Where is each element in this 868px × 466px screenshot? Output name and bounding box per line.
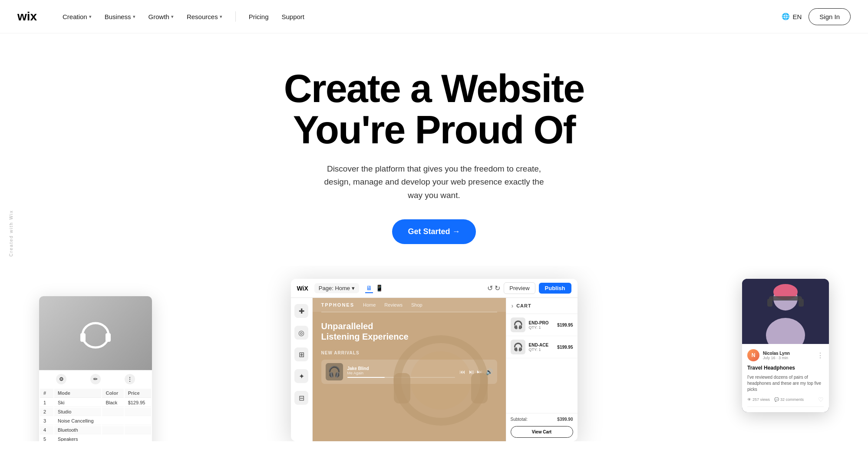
row-mode: Noise Cancelling: [54, 417, 101, 425]
media-tool-icon[interactable]: ◎: [294, 326, 308, 340]
row-price: [125, 426, 151, 434]
editor-logo: WiX: [297, 285, 308, 292]
cart-item-qty: QTY: 1: [529, 325, 554, 330]
table-row: 2 Studio: [40, 408, 151, 416]
nav-pricing[interactable]: Pricing: [244, 10, 274, 24]
chevron-down-icon: ▾: [133, 14, 135, 20]
wix-logo[interactable]: wix: [17, 10, 43, 23]
svg-rect-2: [80, 333, 86, 342]
nav-creation[interactable]: Creation ▾: [57, 10, 97, 24]
undo-redo-group: ↺ ↻: [487, 284, 500, 292]
cart-sidebar: › CART 🎧 END-PRO QTY: 1 $199.95 🎧 END-AC…: [506, 298, 578, 441]
apps-tool-icon[interactable]: ⊞: [294, 347, 308, 361]
row-price: $129.95: [125, 399, 151, 407]
cart-subtotal: Subtotal: $399.90 View Cart: [506, 413, 578, 441]
author-date: July 16 · 3 min: [763, 356, 813, 360]
cart-header: › CART: [506, 298, 578, 314]
add-tool-icon[interactable]: ✚: [294, 304, 308, 318]
cart-item-price: $199.95: [557, 345, 573, 350]
cart-item-name: END-PRO: [529, 321, 554, 325]
row-num: 2: [40, 408, 53, 416]
nav-growth[interactable]: Growth ▾: [143, 10, 179, 24]
table-header-price: Price: [125, 389, 151, 398]
row-num: 5: [40, 435, 53, 441]
nav-business[interactable]: Business ▾: [99, 10, 141, 24]
table-row: 5 Speakers: [40, 435, 151, 441]
subtotal-value: $399.90: [557, 417, 573, 422]
more-icon[interactable]: ⋮: [125, 374, 135, 384]
views-icon: 👁: [747, 397, 751, 402]
chevron-down-icon: ▾: [89, 14, 92, 20]
row-mode: Bluetooth: [54, 426, 101, 434]
desktop-icon[interactable]: 🖥: [365, 284, 373, 293]
nav-right: 🌐 EN Sign In: [782, 8, 851, 25]
settings-icon[interactable]: ⚙: [56, 374, 66, 384]
get-started-button[interactable]: Get Started →: [392, 219, 475, 244]
cart-item-details: END-ACE QTY: 1: [529, 343, 554, 352]
nav-support[interactable]: Support: [277, 10, 310, 24]
view-cart-button[interactable]: View Cart: [511, 426, 573, 438]
author-info: Nicolas Lynn July 16 · 3 min: [763, 351, 813, 360]
author-avatar: N: [747, 349, 759, 361]
row-mode: Studio: [54, 408, 101, 416]
cart-expand-icon[interactable]: ›: [512, 302, 514, 309]
page-selector[interactable]: Page: Home ▾: [314, 283, 359, 293]
demo-section: ⚙ ✏ ⋮ # Mode Color Price 1 Ski Black $12…: [0, 266, 868, 441]
blog-card-image: [742, 279, 829, 344]
chevron-down-icon: ▾: [220, 14, 222, 20]
person-image: [742, 279, 829, 344]
author-name: Nicolas Lynn: [763, 351, 813, 356]
hero-title: Create a Website You're Proud Of: [239, 68, 630, 150]
svg-rect-3: [106, 333, 111, 342]
globe-icon: 🌐: [782, 13, 790, 20]
site-brand: TPPHONES: [321, 302, 355, 307]
editor-left-toolbar: ✚ ◎ ⊞ ✦ ⊟: [291, 298, 313, 441]
cart-item: 🎧 END-PRO QTY: 1 $199.95: [506, 314, 578, 336]
table-header-num: #: [40, 389, 53, 398]
table-header-mode: Mode: [54, 389, 101, 398]
device-icons: 🖥 📱: [365, 284, 384, 293]
row-num: 1: [40, 399, 53, 407]
editor-canvas: ✚ ◎ ⊞ ✦ ⊟ TPPHONES Home Reviews Shop Unp…: [291, 298, 578, 441]
mobile-icon[interactable]: 📱: [375, 284, 384, 293]
nav-links: Creation ▾ Business ▾ Growth ▾ Resources…: [57, 10, 782, 24]
svg-text:wix: wix: [17, 10, 37, 23]
hero-subtitle: Discover the platform that gives you the…: [321, 162, 547, 202]
language-selector[interactable]: 🌐 EN: [782, 13, 802, 20]
left-card-toolbar: ⚙ ✏ ⋮: [39, 370, 152, 388]
row-color: [102, 417, 123, 425]
row-color: [102, 426, 123, 434]
svg-rect-5: [394, 373, 410, 403]
hero-section: Create a Website You're Proud Of Discove…: [0, 33, 868, 266]
left-card-image: [39, 296, 152, 370]
editor-site-preview: TPPHONES Home Reviews Shop Unparalleled …: [313, 298, 506, 441]
cart-item-name: END-ACE: [529, 343, 554, 347]
comments-icon: 💬: [774, 397, 779, 402]
data-tool-icon[interactable]: ⊟: [294, 391, 308, 405]
right-blog-card: N Nicolas Lynn July 16 · 3 min ⋮ Travel …: [742, 279, 829, 412]
blog-author-row: N Nicolas Lynn July 16 · 3 min ⋮: [747, 349, 824, 361]
design-tool-icon[interactable]: ✦: [294, 369, 308, 383]
table-row: 4 Bluetooth: [40, 426, 151, 434]
left-table-card: ⚙ ✏ ⋮ # Mode Color Price 1 Ski Black $12…: [39, 296, 152, 441]
svg-rect-13: [767, 299, 772, 307]
headphone-small-icon: [74, 311, 117, 355]
site-nav-home[interactable]: Home: [363, 302, 376, 307]
edit-icon[interactable]: ✏: [90, 374, 101, 384]
preview-button[interactable]: Preview: [504, 282, 535, 294]
nav-resources[interactable]: Resources ▾: [182, 10, 228, 24]
redo-icon[interactable]: ↻: [495, 284, 500, 292]
sign-in-button[interactable]: Sign In: [809, 8, 851, 25]
undo-icon[interactable]: ↺: [487, 284, 493, 292]
heart-icon[interactable]: ♡: [818, 396, 824, 403]
publish-button[interactable]: Publish: [539, 283, 571, 294]
blog-divider: [747, 407, 824, 407]
cart-item: 🎧 END-ACE QTY: 1 $199.95: [506, 336, 578, 358]
row-color: Black: [102, 399, 123, 407]
row-num: 3: [40, 417, 53, 425]
more-options-icon[interactable]: ⋮: [817, 351, 824, 360]
site-headphone-visual: [376, 307, 506, 441]
headphone-bg: [39, 296, 152, 370]
blog-content: N Nicolas Lynn July 16 · 3 min ⋮ Travel …: [742, 344, 829, 412]
navbar: wix Creation ▾ Business ▾ Growth ▾ Resou…: [0, 0, 868, 33]
